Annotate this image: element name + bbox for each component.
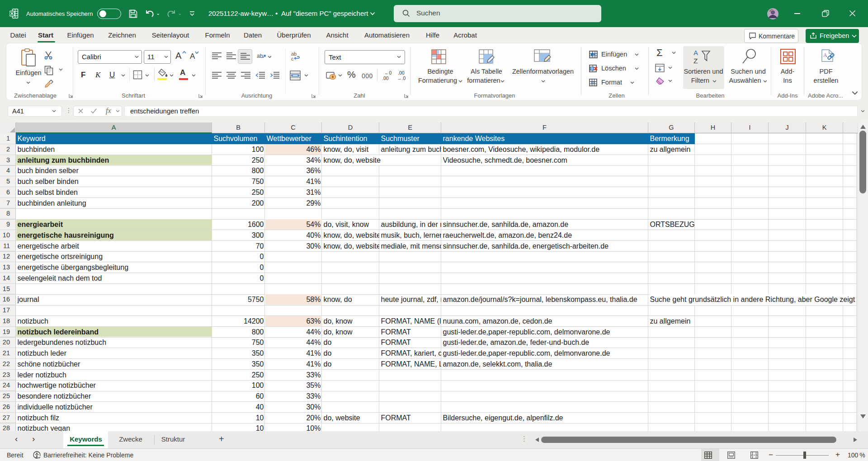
svg-text:.00: .00 [398, 70, 405, 75]
svg-text:←0: ←0 [384, 70, 392, 75]
svg-text:.00: .00 [382, 75, 389, 81]
svg-text:Z: Z [693, 57, 698, 65]
svg-text:A: A [823, 52, 827, 58]
svg-text:A: A [693, 49, 698, 56]
svg-text:c: c [291, 56, 294, 61]
svg-text:→.0: →.0 [397, 75, 406, 81]
svg-text:ab: ab [257, 53, 263, 59]
